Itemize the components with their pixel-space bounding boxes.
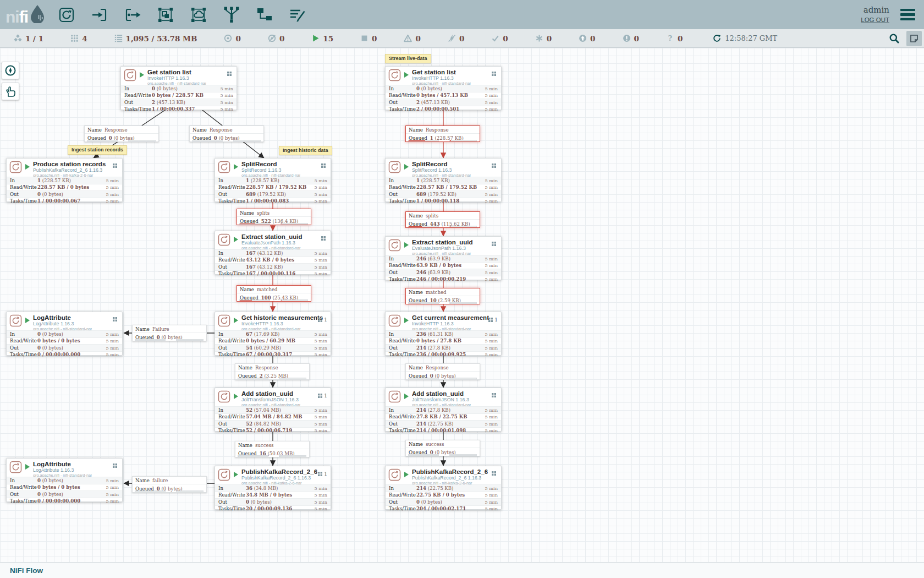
- proc-stat-row: Out2 (457.13 KB)5 min: [386, 99, 501, 106]
- threads-grid-icon: [227, 72, 232, 76]
- transmitting-icon: [224, 34, 232, 42]
- processor-get-station-list-right[interactable]: Get station list InvokeHTTP 1.16.3 org.a…: [385, 66, 502, 110]
- proc-stat-row: Out0 (0 bytes)5 min: [215, 498, 331, 505]
- processor-stats: In1 (228.57 KB)5 minRead/Write228.57 KB …: [215, 177, 331, 204]
- active-thread-count-badge: [321, 236, 327, 241]
- queue-failure-left-1[interactable]: Name Failure Queued 0 (0 bytes): [132, 325, 207, 341]
- active-thread-count-badge: [492, 242, 498, 246]
- breadcrumb[interactable]: NiFi Flow: [10, 566, 43, 575]
- bulletin-panel-toggle-button[interactable]: [906, 31, 922, 46]
- processor-add-station-uuid-left[interactable]: Add station_uuid JoltTransformJSON 1.16.…: [215, 388, 331, 432]
- queue-count-percent-bar: [408, 378, 439, 379]
- proc-stat-row: In0 (0 bytes)5 min: [7, 477, 122, 484]
- queued-list-icon: [114, 34, 123, 42]
- queue-response-right-2[interactable]: Name Response Queued 0 (0 bytes): [405, 363, 480, 380]
- running-indicator-icon: [234, 472, 238, 477]
- label-component-icon[interactable]: [288, 5, 307, 25]
- queue-response-left-3[interactable]: Name Response Queued 2 (3.25 MB): [235, 363, 310, 380]
- relationship-name: Response: [210, 127, 233, 133]
- processor-extract-station-uuid-left[interactable]: Extract station_uuid EvaluateJsonPath 1.…: [215, 231, 331, 275]
- queue-success-left[interactable]: Name success Queued 16 (50.03 MB): [235, 441, 310, 457]
- queue-failure-left-2[interactable]: Name failure Queued 0 (0 bytes): [132, 476, 207, 493]
- process-group-component-icon[interactable]: [156, 5, 175, 25]
- navigate-palette-button[interactable]: [2, 62, 19, 79]
- processor-publish-kafka-right[interactable]: PublishKafkaRecord_2_6 PublishKafkaRecor…: [385, 466, 502, 510]
- active-thread-count-badge: [492, 72, 498, 76]
- queue-splits-right[interactable]: Name splits Queued 443 (115.62 KB): [405, 211, 480, 228]
- processor-get-current-measurement[interactable]: Get current measurement InvokeHTTP 1.16.…: [385, 312, 502, 356]
- queue-name-key: Name: [135, 478, 150, 483]
- processor-produce-station-records[interactable]: Produce station records PublishKafkaReco…: [6, 158, 123, 202]
- proc-stat-row: In167 (43.12 KB)5 min: [215, 249, 331, 257]
- queue-matched-right[interactable]: Name matched Queued 10 (2.59 KB): [405, 288, 480, 304]
- queue-splits-left[interactable]: Name splits Queued 522 (136.4 KB): [237, 209, 311, 225]
- processor-add-station-uuid-right[interactable]: Add station_uuid JoltTransformJSON 1.16.…: [385, 388, 502, 432]
- status-locally-modified: 0: [535, 34, 552, 43]
- processor-component-icon[interactable]: [57, 5, 76, 25]
- remote-process-group-component-icon[interactable]: [189, 5, 208, 25]
- processor-split-record-left[interactable]: SplitRecord SplitRecord 1.16.3 org.apach…: [215, 158, 331, 202]
- running-indicator-icon: [404, 472, 409, 477]
- running-indicator-icon: [234, 318, 238, 323]
- funnel-component-icon[interactable]: [222, 5, 241, 25]
- flow-canvas[interactable]: Stream live-dataIngest station recordsIn…: [0, 48, 924, 563]
- queue-count-percent-bar: [408, 226, 439, 227]
- proc-stat-row: Read/Write34.8 MB / 0 bytes5 min: [215, 492, 331, 499]
- processor-publish-kafka-left[interactable]: PublishKafkaRecord_2_6 PublishKafkaRecor…: [215, 466, 331, 510]
- queue-name-key: Name: [135, 326, 150, 332]
- queue-matched-left[interactable]: Name matched Queued 100 (25.43 KB): [237, 285, 311, 302]
- processor-icon: [388, 239, 401, 255]
- threads-grid-icon: [321, 236, 326, 241]
- queue-response-left-1[interactable]: Name Response Queued 0 (0 bytes): [84, 126, 159, 142]
- proc-stat-row: In0 (0 bytes)5 min: [121, 85, 237, 92]
- proc-stat-row: Read/Write0 bytes / 457.13 KB5 min: [386, 92, 501, 99]
- processor-bundle: org.apache.nifi - nifi-standard-nar: [241, 327, 323, 330]
- queue-size-percent-bar: [449, 140, 477, 141]
- status-queued-list: 1,095 / 53.78 MB: [114, 34, 197, 43]
- processor-log-attribute-1[interactable]: LogAttribute LogAttribute 1.16.3 org.apa…: [6, 312, 123, 356]
- relationship-name: failure: [152, 478, 168, 483]
- proc-stat-row: Out54 (60.29 MB)5 min: [215, 344, 331, 351]
- operate-palette-button[interactable]: [2, 83, 19, 100]
- processor-get-historic-measurements[interactable]: Get historic measurements InvokeHTTP 1.1…: [215, 312, 331, 356]
- locally-modified-stale-icon: [623, 34, 631, 42]
- proc-stat-row: Tasks/Time1 / 00:00:00.3375 min: [121, 106, 237, 113]
- output-port-component-icon[interactable]: [123, 5, 142, 25]
- queue-response-right-1[interactable]: Name Response Queued 1 (228.57 KB): [405, 126, 480, 142]
- proc-stat-row: Tasks/Time214 / 00:00:01.0985 min: [386, 427, 501, 434]
- search-icon[interactable]: [889, 33, 900, 44]
- processor-get-station-list-left[interactable]: Get station list InvokeHTTP 1.16.3 org.a…: [120, 66, 237, 110]
- threads-grid-icon: [318, 472, 322, 476]
- queue-count-percent-bar: [192, 140, 223, 141]
- processor-stats: In0 (0 bytes)5 minRead/Write0 bytes / 0 …: [7, 330, 122, 358]
- sync-failure-icon: ?: [666, 34, 674, 42]
- processor-name: Add station_uuid: [412, 390, 471, 397]
- input-port-component-icon[interactable]: [90, 5, 109, 25]
- processor-extract-station-uuid-right[interactable]: Extract station_uuid EvaluateJsonPath 1.…: [385, 236, 502, 280]
- queue-success-right[interactable]: Name success Queued 0 (0 bytes): [405, 440, 480, 456]
- processor-bundle: org.apache.nifi - nifi-standard-nar: [412, 403, 471, 406]
- queue-response-left-2[interactable]: Name Response Queued 0 (0 bytes): [189, 126, 264, 142]
- refresh-icon[interactable]: [713, 34, 721, 42]
- queue-size-percent-bar: [279, 455, 306, 457]
- logout-link[interactable]: LOG OUT: [861, 16, 889, 24]
- status-count: 0: [459, 34, 464, 43]
- proc-stat-row: In214 (22.75 KB)5 min: [386, 484, 501, 492]
- processor-icon: [124, 69, 136, 85]
- processor-bundle: org.apache.nifi - nifi-standard-nar: [147, 81, 206, 85]
- queue-count-percent-bar: [408, 140, 439, 141]
- processor-icon: [388, 69, 401, 85]
- canvas-label[interactable]: Ingest historic data: [279, 146, 332, 155]
- processor-log-attribute-2[interactable]: LogAttribute LogAttribute 1.16.3 org.apa…: [6, 458, 123, 502]
- canvas-label[interactable]: Stream live-data: [385, 54, 431, 63]
- queue-size-percent-bar: [280, 223, 308, 225]
- canvas-label[interactable]: Ingest station records: [68, 145, 127, 155]
- status-cluster-cubes: 1 / 1: [14, 34, 43, 43]
- template-component-icon[interactable]: [255, 5, 274, 25]
- processor-split-record-right[interactable]: SplitRecord SplitRecord 1.16.3 org.apach…: [385, 158, 502, 202]
- proc-stat-row: Read/Write57.04 MB / 84.82 MB5 min: [215, 413, 331, 421]
- status-disabled: 0: [448, 34, 464, 43]
- menu-icon[interactable]: [898, 7, 917, 23]
- threads-grid-icon: [492, 242, 496, 246]
- running-indicator-icon: [234, 164, 238, 170]
